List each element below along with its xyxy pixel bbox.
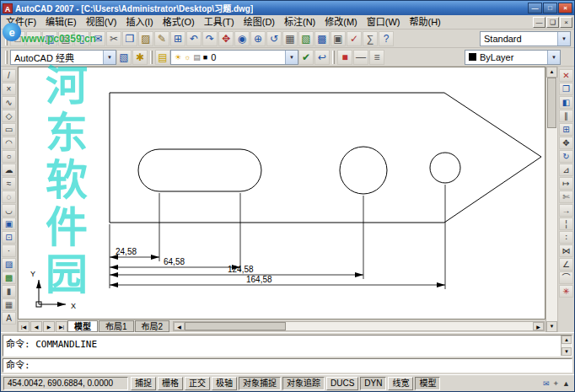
hatch-icon[interactable]: ▨ bbox=[2, 258, 16, 271]
communication-center-icon[interactable]: ✉ bbox=[543, 379, 550, 388]
layer-plot-icon[interactable]: ▤ bbox=[193, 51, 201, 64]
tab-layout2[interactable]: 布局2 bbox=[135, 320, 170, 332]
mirror-icon[interactable]: ◧ bbox=[559, 96, 573, 109]
make-layer-current-icon[interactable]: ✔ bbox=[298, 50, 314, 65]
tool-palettes-icon[interactable]: ▩ bbox=[314, 31, 330, 46]
offset-icon[interactable]: ∥ bbox=[559, 110, 573, 122]
mtext-icon[interactable]: A bbox=[2, 312, 16, 325]
menu-edit[interactable]: 编辑(E) bbox=[41, 16, 81, 29]
snap-toggle[interactable]: 捕捉 bbox=[131, 377, 156, 390]
make-block-icon[interactable]: ⊡ bbox=[2, 231, 16, 244]
child-close-button[interactable]: × bbox=[560, 17, 572, 28]
save-icon[interactable]: ▥ bbox=[42, 31, 57, 46]
child-minimize-button[interactable]: — bbox=[533, 17, 545, 28]
tab-first-button[interactable]: |◀ bbox=[18, 321, 30, 332]
fillet-icon[interactable]: ⌒ bbox=[559, 271, 573, 284]
circle-icon[interactable]: ○ bbox=[2, 150, 16, 163]
child-restore-button[interactable]: ❏ bbox=[546, 17, 559, 28]
otrack-toggle[interactable]: 对象追踪 bbox=[282, 377, 325, 390]
command-scrollbar[interactable]: ▲ ▼ bbox=[561, 336, 572, 356]
horizontal-scroll-thumb[interactable] bbox=[185, 322, 286, 330]
layer-on-icon[interactable]: ☀ bbox=[175, 51, 181, 64]
horizontal-scroll-track[interactable] bbox=[286, 322, 533, 330]
combo-arrow-icon[interactable]: ▼ bbox=[557, 32, 570, 46]
tab-model[interactable]: 模型 bbox=[67, 320, 98, 332]
color-control-icon[interactable]: ■ bbox=[337, 50, 352, 65]
quickcalc-icon[interactable]: ∑ bbox=[363, 31, 378, 46]
rotate-icon[interactable]: ↻ bbox=[559, 150, 573, 163]
minimize-button[interactable]: — bbox=[528, 3, 542, 13]
properties-icon[interactable]: ▦ bbox=[282, 31, 298, 46]
polyline-icon[interactable]: ∿ bbox=[2, 96, 16, 109]
break-icon[interactable]: ∶ bbox=[559, 231, 573, 244]
plot-icon[interactable]: ▤ bbox=[58, 31, 73, 46]
match-properties-icon[interactable]: ✎ bbox=[154, 31, 169, 46]
workspace-toolbar-icon[interactable]: ▧ bbox=[116, 50, 132, 65]
break-at-point-icon[interactable]: ¦ bbox=[559, 217, 573, 230]
tab-prev-button[interactable]: ◀ bbox=[30, 321, 42, 332]
grid-toggle[interactable]: 栅格 bbox=[158, 377, 183, 390]
tab-layout1[interactable]: 布局1 bbox=[99, 320, 134, 332]
linetype-control-icon[interactable]: — bbox=[353, 50, 368, 65]
trim-icon[interactable]: ✄ bbox=[559, 191, 573, 203]
table-icon[interactable]: ▦ bbox=[2, 298, 16, 311]
zoom-previous-icon[interactable]: ↺ bbox=[266, 31, 282, 46]
model-toggle[interactable]: 模型 bbox=[415, 377, 440, 390]
maximize-button[interactable]: □ bbox=[543, 3, 557, 13]
layer-color-swatch[interactable]: ■ bbox=[203, 51, 207, 64]
move-icon[interactable]: ✥ bbox=[559, 137, 573, 149]
help-icon[interactable]: ? bbox=[379, 31, 394, 46]
open-icon[interactable]: ▱ bbox=[26, 31, 41, 46]
revcloud-icon[interactable]: ☁ bbox=[2, 164, 16, 176]
construction-line-icon[interactable]: × bbox=[2, 83, 16, 95]
toolbar-grip[interactable] bbox=[150, 51, 153, 64]
menu-insert[interactable]: 插入(I) bbox=[121, 16, 157, 29]
sheetset-manager-icon[interactable]: ▣ bbox=[330, 31, 346, 46]
scroll-up-icon[interactable]: ▲ bbox=[546, 67, 557, 78]
line-icon[interactable]: / bbox=[2, 69, 16, 82]
cut-icon[interactable]: ✂ bbox=[106, 31, 121, 46]
workspace-combo[interactable]: AutoCAD 经典 ▼ bbox=[10, 50, 116, 65]
workspace-settings-icon[interactable]: ✱ bbox=[132, 50, 148, 65]
pan-icon[interactable]: ✥ bbox=[218, 31, 234, 46]
command-history[interactable]: 命令: COMMANDLINE bbox=[3, 336, 561, 356]
toolbar-grip[interactable] bbox=[332, 51, 335, 64]
arc-icon[interactable]: ◠ bbox=[2, 137, 16, 149]
color-combo[interactable]: ByLayer ▼ bbox=[465, 50, 561, 65]
tab-next-button[interactable]: ▶ bbox=[43, 321, 55, 332]
ellipse-arc-icon[interactable]: ◡ bbox=[2, 204, 16, 217]
join-icon[interactable]: ⋈ bbox=[559, 244, 573, 257]
paste-icon[interactable]: ▨ bbox=[138, 31, 153, 46]
combo-arrow-icon[interactable]: ▼ bbox=[285, 51, 298, 64]
scroll-left-icon[interactable]: ◀ bbox=[174, 322, 185, 330]
publish-icon[interactable]: ✉ bbox=[90, 31, 105, 46]
command-input[interactable]: 命令: bbox=[3, 358, 572, 373]
osnap-toggle[interactable]: 对象捕捉 bbox=[239, 377, 281, 390]
ortho-toggle[interactable]: 正交 bbox=[185, 377, 210, 390]
layer-previous-icon[interactable]: ↩ bbox=[314, 50, 330, 65]
vertical-scroll-track[interactable] bbox=[546, 128, 557, 321]
stretch-icon[interactable]: ↦ bbox=[559, 177, 573, 190]
plot-preview-icon[interactable]: ▯ bbox=[74, 31, 89, 46]
toolbar-grip[interactable] bbox=[5, 51, 8, 64]
menu-modify[interactable]: 修改(M) bbox=[320, 16, 362, 29]
menu-window[interactable]: 窗口(W) bbox=[363, 16, 405, 29]
dyn-toggle[interactable]: DYN bbox=[360, 377, 386, 390]
menu-tools[interactable]: 工具(T) bbox=[200, 16, 239, 29]
horizontal-scrollbar[interactable]: ◀ ▶ bbox=[173, 321, 545, 331]
vertical-scroll-thumb[interactable] bbox=[547, 78, 556, 128]
rectangle-icon[interactable]: ▭ bbox=[2, 123, 16, 136]
lwt-toggle[interactable]: 线宽 bbox=[388, 377, 413, 390]
chamfer-icon[interactable]: ∠ bbox=[559, 258, 573, 271]
layer-properties-icon[interactable]: ▤ bbox=[155, 50, 170, 65]
gradient-icon[interactable]: ▩ bbox=[2, 271, 16, 284]
scale-icon[interactable]: ⊿ bbox=[559, 164, 573, 176]
layer-combo[interactable]: ☀☼▤■ 0 ▼ bbox=[170, 50, 298, 65]
array-icon[interactable]: ⊞ bbox=[559, 123, 573, 136]
drawing-canvas[interactable]: 24,58 64,58 124,58 164,58 Y X bbox=[18, 67, 545, 320]
explode-icon[interactable]: ✳ bbox=[559, 285, 573, 298]
spline-icon[interactable]: ≈ bbox=[2, 177, 16, 190]
layer-freeze-icon[interactable]: ☼ bbox=[184, 51, 191, 64]
menu-help[interactable]: 帮助(H) bbox=[406, 16, 445, 29]
combo-arrow-icon[interactable]: ▼ bbox=[103, 51, 116, 64]
